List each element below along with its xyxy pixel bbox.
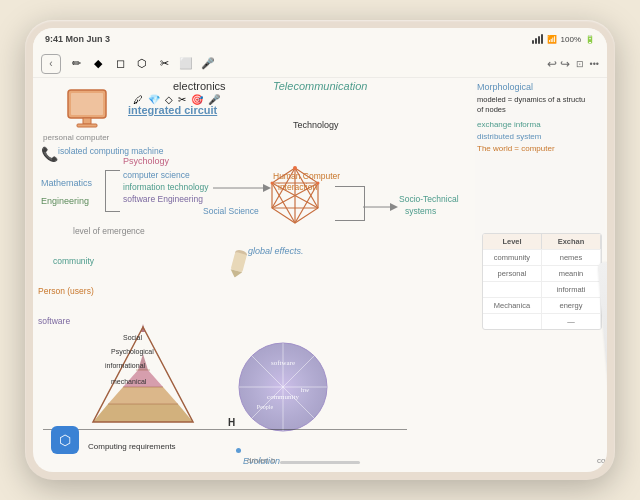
- lasso-tool[interactable]: ⬡: [133, 55, 151, 73]
- electronics-label: electronics: [173, 80, 226, 92]
- status-time: 9:41 Mon Jun 3: [45, 34, 110, 44]
- more-button[interactable]: •••: [590, 59, 599, 69]
- mic-tool[interactable]: 🎤: [199, 55, 217, 73]
- telecom-label: Telecommunication: [273, 80, 367, 92]
- svg-rect-3: [77, 124, 97, 127]
- circle-diagram: software hw community People: [233, 337, 328, 432]
- marker-tool[interactable]: ◆: [89, 55, 107, 73]
- status-right: 📶 100% 🔋: [532, 34, 595, 44]
- integrated-circuit-label: integrated circuit: [128, 104, 217, 116]
- tool-palette: ✏ ◆ ◻ ⬡ ✂ ⬜ 🎤: [67, 55, 541, 73]
- level-table: Level Exchan community nemes personal me…: [482, 233, 602, 330]
- svg-point-19: [271, 182, 274, 185]
- bottom-underline: [43, 429, 407, 430]
- table-col-level: Level: [483, 234, 542, 249]
- table-col-exchange: Exchan: [542, 234, 601, 249]
- svg-marker-22: [108, 387, 178, 404]
- technology-label: Technology: [293, 120, 339, 130]
- phone-icon: 📞: [41, 146, 58, 162]
- share-button[interactable]: ⊡: [576, 59, 584, 69]
- cs-group-bracket: [105, 170, 120, 212]
- svg-text:software: software: [271, 359, 295, 367]
- table-header: Level Exchan: [483, 234, 601, 249]
- evolution-dot: [236, 448, 241, 453]
- informational-layer-label: informational: [105, 362, 145, 369]
- table-row: personal meanin: [483, 265, 601, 281]
- svg-rect-2: [83, 118, 91, 124]
- svg-text:People: People: [257, 404, 274, 410]
- sts-bracket: [335, 186, 365, 221]
- open-button[interactable]: ⬡: [51, 426, 79, 454]
- table-row: informati: [483, 281, 601, 297]
- svg-rect-1: [71, 93, 103, 115]
- icosahedron-shape: [263, 163, 328, 228]
- redo-button[interactable]: ↪: [560, 57, 570, 71]
- svg-text:community: community: [267, 393, 299, 401]
- psychological-layer-label: Psychological: [111, 348, 154, 355]
- note-canvas[interactable]: electronics 🖊 💎 ◇ ✂ 🎯 🎤 integrated circu…: [33, 78, 607, 472]
- svg-point-18: [293, 166, 297, 170]
- undo-button[interactable]: ↩: [547, 57, 557, 71]
- shape-tool[interactable]: ◻: [111, 55, 129, 73]
- scissors-tool[interactable]: ✂: [155, 55, 173, 73]
- svg-point-20: [317, 182, 320, 185]
- toolbar: ‹ ✏ ◆ ◻ ⬡ ✂ ⬜ 🎤 ↩ ↪ ⊡ •••: [33, 50, 607, 78]
- pencil-tool[interactable]: ✏: [67, 55, 85, 73]
- back-button[interactable]: ‹: [41, 54, 61, 74]
- sts-arrow: [363, 200, 398, 214]
- pyramid-diagram: Social Psychological informational mecha…: [83, 322, 193, 422]
- wifi-icon: 📶: [547, 35, 557, 44]
- eraser-tool[interactable]: ⬜: [177, 55, 195, 73]
- svg-text:hw: hw: [301, 386, 311, 394]
- home-indicator: [280, 461, 360, 464]
- signal-icon: [532, 34, 543, 44]
- toolbar-right-actions: ↩ ↪ ⊡ •••: [547, 57, 599, 71]
- table-row: Mechanica energy: [483, 297, 601, 313]
- battery-label: 100%: [561, 35, 581, 44]
- battery-icon: 🔋: [585, 35, 595, 44]
- open-icon: ⬡: [59, 432, 71, 448]
- tablet-device: 9:41 Mon Jun 3 📶 100% 🔋 ‹ ✏: [25, 20, 615, 480]
- pen-decoration: [224, 246, 252, 284]
- status-bar: 9:41 Mon Jun 3 📶 100% 🔋: [33, 28, 607, 50]
- svg-marker-21: [93, 404, 193, 422]
- undo-redo-group: ↩ ↪: [547, 57, 570, 71]
- computer-illustration: [63, 88, 118, 133]
- mechanical-layer-label: mechanical: [111, 378, 146, 385]
- tablet-screen: 9:41 Mon Jun 3 📶 100% 🔋 ‹ ✏: [33, 28, 607, 472]
- right-panel-top: Morphological modeled = dynamics of a st…: [475, 80, 605, 240]
- table-row: —: [483, 313, 601, 329]
- social-layer-label: Social: [123, 334, 142, 341]
- svg-marker-7: [390, 203, 398, 211]
- table-row: community nemes: [483, 249, 601, 265]
- svg-rect-40: [231, 252, 247, 272]
